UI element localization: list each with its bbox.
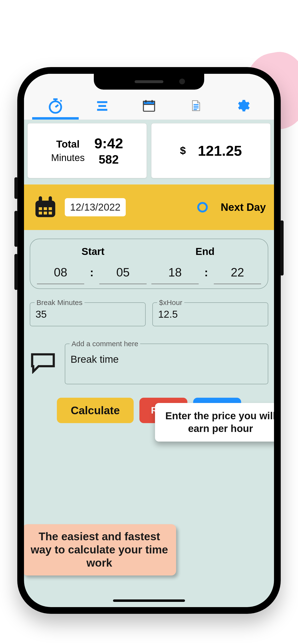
- calendar-icon: [141, 98, 157, 113]
- break-minutes-field[interactable]: Break Minutes: [30, 302, 146, 326]
- comment-icon: [30, 352, 56, 374]
- start-minute-input[interactable]: [99, 263, 146, 284]
- fields-row: Break Minutes $xHour: [30, 302, 268, 326]
- svg-rect-12: [39, 212, 42, 214]
- calendar-large-icon: [32, 194, 59, 220]
- earnings-amount: 121.25: [198, 142, 242, 159]
- svg-rect-5: [143, 101, 155, 104]
- time-colon: :: [202, 266, 210, 281]
- svg-rect-10: [44, 207, 47, 210]
- phone-frame: Total Minutes 9:42 582 $ 121.25 12/13/20…: [17, 67, 281, 614]
- promo-banner: The easiest and fastest way to calculate…: [24, 524, 176, 576]
- break-minutes-input[interactable]: [36, 308, 140, 320]
- total-card: Total Minutes 9:42 582: [27, 123, 147, 178]
- phone-screen: Total Minutes 9:42 582 $ 121.25 12/13/20…: [24, 74, 274, 607]
- document-icon: [189, 98, 203, 113]
- stopwatch-icon: [47, 97, 64, 114]
- total-minutes-value: 582: [94, 152, 123, 166]
- date-input[interactable]: 12/13/2022: [65, 198, 126, 216]
- hourly-rate-label: $xHour: [157, 298, 184, 307]
- tab-list[interactable]: [82, 94, 123, 118]
- calculate-button[interactable]: Calculate: [57, 398, 134, 423]
- currency-symbol: $: [180, 145, 186, 157]
- tab-timer[interactable]: [35, 94, 76, 118]
- svg-rect-2: [98, 105, 106, 107]
- hourly-rate-input[interactable]: [158, 308, 262, 320]
- phone-side-button: [14, 254, 18, 290]
- total-label: Total: [51, 138, 85, 150]
- time-colon: :: [88, 266, 96, 281]
- tab-settings[interactable]: [222, 94, 263, 118]
- comment-row: Add a comment here: [30, 344, 268, 384]
- time-range-card: Start End : :: [30, 238, 268, 289]
- hourly-rate-tooltip: Enter the price you will earn per hour: [155, 403, 274, 442]
- tab-document[interactable]: [175, 94, 216, 118]
- next-day-label: Next Day: [221, 201, 266, 213]
- phone-speaker: [135, 80, 163, 83]
- phone-notch: [94, 74, 204, 90]
- end-label: End: [149, 246, 261, 257]
- comment-input[interactable]: [71, 354, 262, 365]
- phone-side-button: [280, 220, 284, 276]
- phone-side-button: [14, 177, 18, 199]
- list-icon: [95, 98, 110, 113]
- svg-rect-11: [49, 207, 52, 210]
- home-indicator: [113, 600, 185, 602]
- earnings-card: $ 121.25: [151, 123, 271, 178]
- comment-field[interactable]: Add a comment here: [65, 344, 268, 384]
- svg-rect-13: [44, 212, 47, 214]
- end-hour-input[interactable]: [152, 263, 199, 284]
- break-minutes-label: Break Minutes: [35, 298, 84, 307]
- start-hour-input[interactable]: [37, 263, 84, 284]
- summary-row: Total Minutes 9:42 582 $ 121.25: [24, 120, 274, 178]
- minutes-label: Minutes: [51, 152, 85, 163]
- phone-side-button: [14, 211, 18, 247]
- svg-rect-8: [49, 196, 52, 203]
- next-day-radio[interactable]: [197, 202, 208, 212]
- hourly-rate-field[interactable]: $xHour: [152, 302, 268, 326]
- svg-rect-9: [39, 207, 42, 210]
- phone-camera: [179, 78, 185, 84]
- date-bar: 12/13/2022 Next Day: [24, 184, 274, 230]
- end-minute-input[interactable]: [214, 263, 261, 284]
- gear-icon: [235, 98, 250, 113]
- svg-rect-1: [97, 101, 107, 103]
- start-label: Start: [37, 246, 149, 257]
- comment-label: Add a comment here: [70, 340, 140, 348]
- total-time-value: 9:42: [94, 135, 123, 152]
- tab-calendar[interactable]: [129, 94, 169, 118]
- svg-rect-7: [39, 196, 42, 203]
- svg-rect-14: [49, 212, 52, 214]
- svg-rect-3: [97, 109, 107, 111]
